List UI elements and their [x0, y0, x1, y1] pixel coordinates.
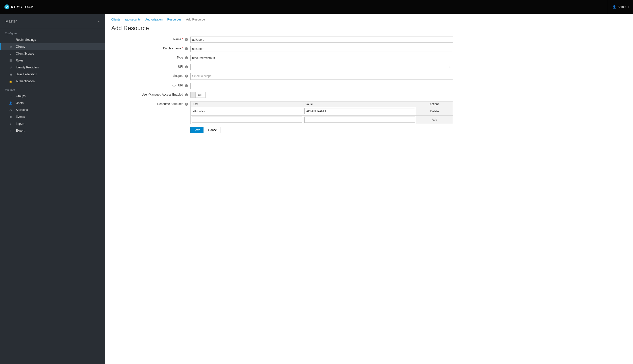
label-scopes-text: Scopes [173, 74, 183, 78]
chevron-right-icon: › [142, 18, 143, 21]
label-type-text: Type [177, 56, 183, 59]
attr-value-input[interactable] [304, 116, 415, 123]
delete-attribute-button[interactable]: Delete [430, 110, 439, 113]
name-input[interactable] [190, 36, 453, 43]
caret-down-icon: ▼ [627, 6, 629, 8]
required-marker: * [182, 47, 183, 50]
sidebar-item-clients[interactable]: ◍Clients [0, 43, 105, 50]
label-scopes: Scopes ? [111, 73, 190, 78]
exchange-icon: ⇄ [9, 66, 12, 69]
sliders-icon: ⫼ [9, 38, 12, 41]
realm-selector[interactable]: Master ⌄ [0, 14, 105, 28]
display-name-input[interactable] [190, 46, 453, 52]
sidebar-item-identity-providers[interactable]: ⇄Identity Providers [0, 64, 105, 71]
attr-value-input[interactable] [304, 108, 415, 114]
help-icon[interactable]: ? [185, 93, 188, 96]
breadcrumb-item[interactable]: Authorization [145, 18, 162, 21]
save-button[interactable]: Save [190, 127, 203, 133]
label-uri: URI ? [111, 64, 190, 68]
logo-text-b: CLOAK [20, 5, 34, 9]
label-name-text: Name [173, 38, 181, 41]
breadcrumb: Clients›rad-security›Authorization›Resou… [111, 18, 627, 21]
attributes-table: Key Value Actions attributesDeleteAdd [190, 101, 453, 124]
label-uma: User-Managed Access Enabled ? [111, 92, 190, 96]
logo-mark-icon [5, 4, 10, 10]
globe-icon: ◍ [9, 45, 12, 48]
list-icon: ☰ [9, 59, 12, 62]
icon-uri-input[interactable] [190, 83, 453, 89]
sidebar-item-realm-settings[interactable]: ⫼Realm Settings [0, 36, 105, 43]
top-bar: KEYCLOAK 👤 Admin ▼ [0, 0, 633, 14]
export-icon: ⭱ [9, 129, 12, 132]
label-uma-text: User-Managed Access Enabled [142, 93, 183, 96]
sidebar-item-label: Authentication [10, 80, 35, 83]
section-manage-label: Manage [0, 85, 105, 92]
cancel-button[interactable]: Cancel [205, 127, 221, 133]
chevron-down-icon: ⌄ [98, 20, 100, 23]
toggle-knob [191, 92, 195, 98]
label-display-name-text: Display name [163, 47, 181, 50]
scope-icon: ⩍ [9, 52, 12, 55]
uma-toggle[interactable]: OFF [190, 92, 206, 98]
help-icon[interactable]: ? [185, 56, 188, 59]
sidebar-item-sessions[interactable]: ◔Sessions [0, 106, 105, 113]
user-label: Admin [618, 5, 626, 9]
sidebar-item-user-federation[interactable]: ▤User Federation [0, 71, 105, 78]
brand-logo[interactable]: KEYCLOAK [5, 4, 34, 10]
attr-key-input[interactable] [192, 116, 302, 123]
table-row: attributesDelete [191, 107, 453, 116]
sidebar-item-label: Client Scopes [10, 52, 34, 55]
calendar-icon: ▦ [9, 115, 12, 118]
main-content: Clients›rad-security›Authorization›Resou… [105, 14, 633, 364]
user-icon: 👤 [9, 102, 12, 105]
sidebar-item-authentication[interactable]: 🔒Authentication [0, 78, 105, 85]
sidebar-item-import[interactable]: ⭳Import [0, 120, 105, 127]
chevron-right-icon: › [183, 18, 184, 21]
page-title: Add Resource [111, 25, 627, 32]
sidebar-item-label: Realm Settings [10, 38, 36, 42]
col-actions: Actions [416, 102, 453, 107]
label-name: Name * ? [111, 36, 190, 41]
scopes-placeholder: Select a scope … [192, 74, 215, 78]
sidebar-item-export[interactable]: ⭱Export [0, 127, 105, 134]
breadcrumb-item[interactable]: rad-security [125, 18, 141, 21]
sidebar-item-label: Identity Providers [10, 66, 39, 69]
help-icon[interactable]: ? [185, 38, 188, 41]
toggle-state: OFF [195, 92, 205, 98]
label-display-name: Display name * ? [111, 46, 190, 50]
label-uri-text: URI [178, 65, 183, 68]
col-value: Value [303, 102, 416, 107]
sidebar: Master ⌄ Configure ⫼Realm Settings◍Clien… [0, 14, 105, 364]
label-type: Type ? [111, 55, 190, 59]
breadcrumb-item[interactable]: Clients [111, 18, 120, 21]
help-icon[interactable]: ? [185, 103, 188, 106]
user-icon: 👤 [612, 5, 616, 9]
sidebar-item-label: User Federation [10, 72, 37, 76]
label-attributes: Resource Attributes ? [111, 101, 190, 106]
sidebar-item-users[interactable]: 👤Users [0, 100, 105, 106]
logo-text-a: KEY [11, 5, 20, 9]
breadcrumb-item[interactable]: Resources [167, 18, 181, 21]
scopes-select[interactable]: Select a scope … [190, 73, 453, 80]
sidebar-item-roles[interactable]: ☰Roles [0, 57, 105, 64]
chevron-right-icon: › [122, 18, 123, 21]
logo-text: KEYCLOAK [11, 5, 34, 9]
sidebar-item-events[interactable]: ▦Events [0, 113, 105, 120]
add-attribute-button[interactable]: Add [432, 118, 437, 122]
sidebar-item-groups[interactable]: ⚋Groups [0, 92, 105, 100]
attr-key-text: attributes [191, 107, 303, 116]
lock-icon: 🔒 [9, 80, 12, 83]
help-icon[interactable]: ? [185, 66, 188, 68]
type-input[interactable] [190, 55, 453, 61]
col-key: Key [191, 102, 303, 107]
help-icon[interactable]: ? [185, 84, 188, 87]
label-icon-uri-text: Icon URI [172, 84, 183, 87]
help-icon[interactable]: ? [185, 47, 188, 50]
database-icon: ▤ [9, 73, 12, 76]
label-attributes-text: Resource Attributes [157, 102, 183, 106]
user-menu[interactable]: 👤 Admin ▼ [608, 0, 629, 14]
help-icon[interactable]: ? [185, 74, 188, 78]
add-uri-button[interactable]: + [447, 64, 453, 70]
sidebar-item-client-scopes[interactable]: ⩍Client Scopes [0, 50, 105, 57]
uri-input[interactable] [190, 64, 447, 70]
